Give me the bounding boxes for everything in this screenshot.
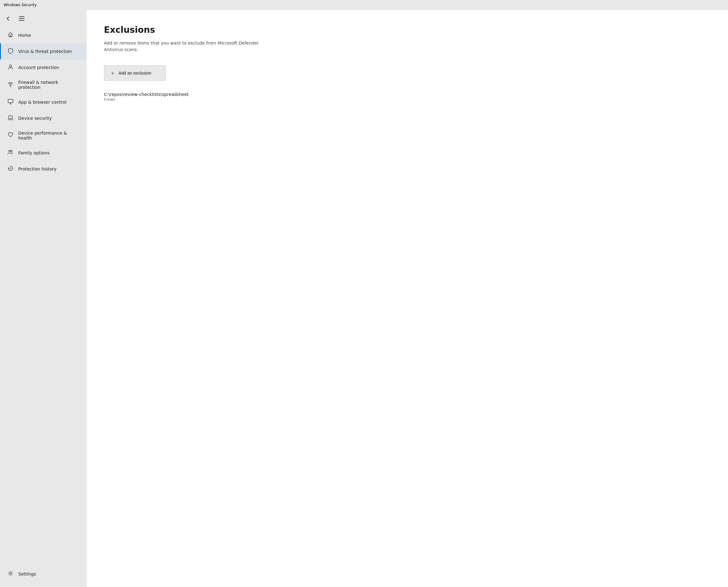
sidebar-label-virus: Virus & threat protection bbox=[18, 49, 72, 54]
page-description: Add or remove items that you want to exc… bbox=[104, 40, 265, 53]
sidebar-item-virus[interactable]: Virus & threat protection bbox=[0, 43, 87, 60]
sidebar-label-appbrowser: App & browser control bbox=[18, 100, 67, 104]
back-icon bbox=[5, 16, 11, 22]
sidebar-item-family[interactable]: Family options bbox=[0, 145, 87, 161]
sidebar-item-home[interactable]: Home bbox=[0, 27, 87, 43]
app-container: Home Virus & threat protection Account p… bbox=[0, 10, 728, 587]
svg-rect-5 bbox=[9, 116, 13, 118]
family-icon bbox=[7, 149, 14, 157]
sidebar-item-firewall[interactable]: Firewall & network protection bbox=[0, 75, 87, 94]
svg-point-7 bbox=[11, 150, 12, 151]
exclusion-item-0[interactable]: C:\repos\review-checklists\spreadsheet F… bbox=[104, 89, 711, 104]
settings-icon bbox=[7, 570, 14, 578]
svg-point-0 bbox=[9, 65, 12, 67]
monitor-icon bbox=[7, 98, 14, 106]
main-content: Exclusions Add or remove items that you … bbox=[87, 10, 728, 587]
add-exclusion-button[interactable]: ＋ Add an exclusion bbox=[104, 65, 166, 81]
sidebar-item-settings[interactable]: Settings bbox=[0, 566, 87, 582]
person-icon bbox=[7, 64, 14, 71]
sidebar-bottom: Settings bbox=[0, 566, 87, 587]
exclusions-list: C:\repos\review-checklists\spreadsheet F… bbox=[104, 89, 711, 104]
hamburger-line-2 bbox=[19, 18, 24, 19]
sidebar-item-appbrowser[interactable]: App & browser control bbox=[0, 94, 87, 110]
sidebar-label-account: Account protection bbox=[18, 65, 59, 70]
sidebar-label-devicesecurity: Device security bbox=[18, 116, 52, 121]
sidebar-item-devicesecurity[interactable]: Device security bbox=[0, 110, 87, 126]
exclusion-type: Folder bbox=[104, 97, 711, 102]
svg-point-6 bbox=[9, 150, 10, 152]
heart-icon bbox=[7, 132, 14, 139]
sidebar-label-family: Family options bbox=[18, 150, 49, 155]
nav-list: Home Virus & threat protection Account p… bbox=[0, 27, 87, 177]
exclusion-path: C:\repos\review-checklists\spreadsheet bbox=[104, 92, 711, 97]
add-exclusion-label: Add an exclusion bbox=[118, 71, 151, 75]
svg-point-8 bbox=[9, 572, 11, 574]
app-title: Windows Security bbox=[4, 3, 37, 7]
hamburger-line-3 bbox=[19, 20, 24, 21]
sidebar-top bbox=[0, 10, 87, 27]
title-bar: Windows Security bbox=[0, 0, 728, 10]
sidebar-label-history: Protection history bbox=[18, 166, 56, 171]
hamburger-line-1 bbox=[19, 17, 24, 17]
sidebar: Home Virus & threat protection Account p… bbox=[0, 10, 87, 587]
sidebar-item-history[interactable]: Protection history bbox=[0, 161, 87, 177]
home-icon bbox=[7, 31, 14, 39]
sidebar-item-devicehealth[interactable]: Device performance & health bbox=[0, 126, 87, 145]
back-button[interactable] bbox=[2, 13, 14, 24]
page-title: Exclusions bbox=[104, 25, 711, 35]
sidebar-label-home: Home bbox=[18, 33, 31, 38]
shield-icon bbox=[7, 48, 14, 55]
sidebar-label-devicehealth: Device performance & health bbox=[18, 131, 80, 140]
sidebar-item-account[interactable]: Account protection bbox=[0, 60, 87, 75]
laptop-icon bbox=[7, 115, 14, 122]
svg-rect-2 bbox=[8, 99, 13, 103]
settings-label: Settings bbox=[18, 571, 36, 577]
svg-point-1 bbox=[10, 86, 11, 87]
hamburger-button[interactable] bbox=[16, 13, 27, 24]
history-icon bbox=[7, 165, 14, 173]
wifi-icon bbox=[7, 81, 14, 89]
plus-icon: ＋ bbox=[110, 69, 115, 77]
sidebar-label-firewall: Firewall & network protection bbox=[18, 80, 80, 90]
